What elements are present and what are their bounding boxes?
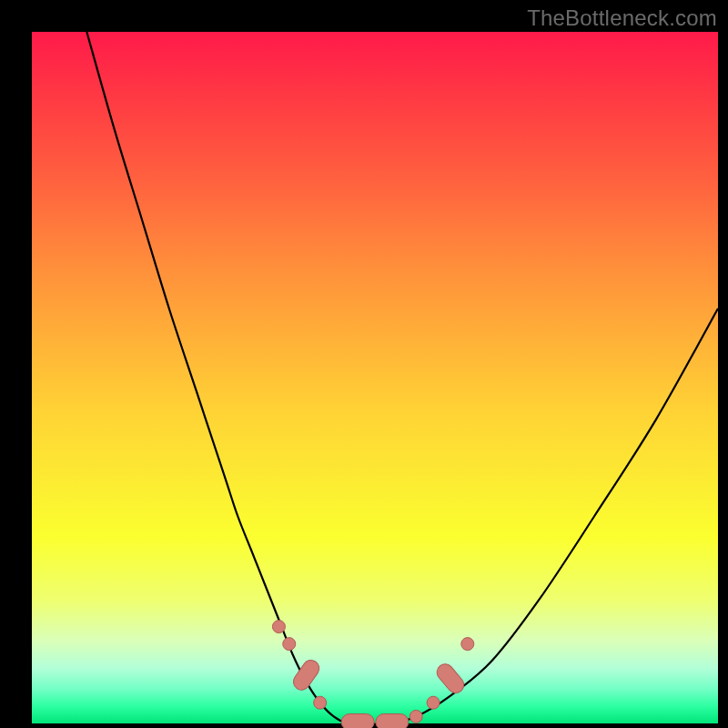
bottleneck-curve — [86, 32, 718, 724]
marker-pill — [433, 661, 467, 696]
marker-dot — [314, 696, 327, 709]
curve-layer — [32, 32, 718, 723]
marker-dot — [461, 638, 474, 651]
marker-pill — [376, 713, 409, 728]
plot-area — [32, 32, 718, 723]
marker-dot — [410, 710, 422, 723]
marker-group — [272, 621, 473, 728]
marker-dot — [283, 638, 296, 651]
marker-pill — [341, 713, 374, 728]
marker-pill — [290, 657, 322, 693]
marker-dot — [272, 621, 285, 633]
chart-frame: TheBottleneck.com — [0, 0, 728, 728]
marker-dot — [427, 696, 440, 709]
watermark-text: TheBottleneck.com — [527, 5, 717, 31]
